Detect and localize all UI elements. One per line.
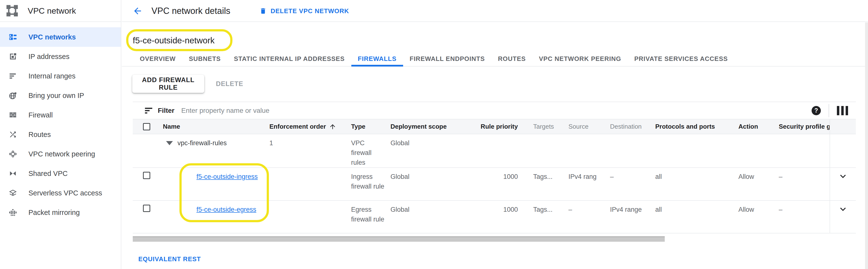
- packet-mirroring-icon: [8, 208, 17, 217]
- ip-addresses-icon: [8, 52, 17, 61]
- equivalent-rest-link[interactable]: EQUIVALENT REST: [138, 255, 201, 263]
- sidebar-item-vpc-network-peering[interactable]: VPC network peering: [0, 144, 121, 164]
- column-header-source[interactable]: Source: [565, 123, 607, 130]
- sidebar-item-shared-vpc[interactable]: Shared VPC: [0, 164, 121, 183]
- group-name-cell: vpc-firewall-rules: [160, 134, 267, 167]
- sidebar-item-ip-addresses[interactable]: IP addresses: [0, 47, 121, 66]
- action-cell: Allow: [736, 168, 776, 200]
- column-header-enforcement-order[interactable]: Enforcement order: [267, 123, 348, 130]
- rule-priority-cell: 1000: [461, 201, 530, 233]
- chevron-down-icon[interactable]: [837, 171, 848, 182]
- delete-vpc-network-button[interactable]: DELETE VPC NETWORK: [259, 0, 349, 22]
- firewall-rule-link-ingress[interactable]: f5-ce-outside-ingress: [196, 173, 258, 180]
- sidebar-item-label: Bring your own IP: [28, 91, 84, 100]
- tab-overview[interactable]: OVERVIEW: [133, 51, 182, 66]
- type-cell: Egress firewall rule: [348, 201, 388, 233]
- column-header-protocols-and-ports[interactable]: Protocols and ports: [652, 123, 736, 130]
- add-firewall-rule-button[interactable]: ADD FIREWALL RULE: [132, 75, 204, 93]
- delete-rule-button[interactable]: DELETE: [208, 75, 251, 93]
- sidebar-item-label: Serverless VPC access: [28, 189, 102, 197]
- back-arrow-icon[interactable]: [132, 6, 143, 16]
- sidebar-item-packet-mirroring[interactable]: Packet mirroring: [0, 203, 121, 222]
- column-header-type[interactable]: Type: [348, 123, 388, 130]
- sidebar: VPC network VPC networks: [0, 0, 121, 269]
- deployment-scope-cell: Global: [388, 134, 461, 167]
- sidebar-item-label: Internal ranges: [28, 72, 75, 80]
- expand-cell: [830, 134, 856, 167]
- column-header-name[interactable]: Name: [160, 123, 267, 130]
- row-checkbox[interactable]: [143, 205, 150, 212]
- name-cell: f5-ce-outside-egress: [160, 201, 267, 233]
- filter-bar-divider: [829, 104, 829, 117]
- sidebar-item-routes[interactable]: Routes: [0, 125, 121, 144]
- destination-cell: –: [607, 168, 652, 200]
- column-display-options-icon[interactable]: [837, 106, 848, 115]
- horizontal-scrollbar-thumb[interactable]: [133, 236, 665, 242]
- column-header-rule-priority[interactable]: Rule priority: [461, 123, 530, 130]
- collapse-triangle-icon[interactable]: [166, 141, 173, 145]
- chevron-down-icon[interactable]: [837, 204, 848, 215]
- sidebar-item-internal-ranges[interactable]: Internal ranges: [0, 66, 121, 86]
- checkbox-cell: [133, 168, 160, 200]
- vertical-scrollbar[interactable]: [865, 22, 868, 269]
- tab-bar: OVERVIEW SUBNETS STATIC INTERNAL IP ADDR…: [122, 51, 868, 66]
- header-checkbox-cell: [133, 123, 160, 130]
- protocols-and-ports-cell: all: [652, 201, 736, 233]
- tab-private-services-access[interactable]: PRIVATE SERVICES ACCESS: [628, 51, 735, 66]
- action-cell: Allow: [736, 201, 776, 233]
- vpc-networks-icon: [8, 33, 17, 42]
- sidebar-item-label: Firewall: [28, 111, 53, 119]
- tab-static-internal-ip-addresses[interactable]: STATIC INTERNAL IP ADDRESSES: [227, 51, 351, 66]
- table-row-f5-ce-outside-ingress: f5-ce-outside-ingress Ingress firewall r…: [133, 168, 856, 201]
- checkbox-cell: [133, 201, 160, 233]
- sidebar-header: VPC network: [0, 0, 121, 22]
- firewall-rule-link-egress[interactable]: f5-ce-outside-egress: [196, 206, 256, 213]
- expand-cell: [830, 168, 856, 200]
- routes-icon: [8, 130, 17, 139]
- filter-input[interactable]: [181, 107, 812, 114]
- page-title: VPC network details: [152, 0, 230, 22]
- enforcement-order-cell: 1: [267, 134, 348, 167]
- sidebar-item-label: Routes: [28, 131, 51, 139]
- column-header-destination[interactable]: Destination: [607, 123, 652, 130]
- sidebar-item-firewall[interactable]: Firewall: [0, 105, 121, 125]
- source-cell: IPv4 rang: [565, 168, 607, 200]
- network-name: f5-ce-outside-network: [133, 35, 215, 45]
- enforcement-order-cell: [267, 201, 348, 233]
- vpc-network-details-screen: VPC network VPC networks: [0, 0, 868, 269]
- deployment-scope-cell: Global: [388, 201, 461, 233]
- header-expand-column: [830, 119, 856, 134]
- type-cell: Ingress firewall rule: [348, 168, 388, 200]
- shared-vpc-icon: [8, 169, 17, 178]
- firewall-icon: [8, 111, 17, 119]
- tab-routes[interactable]: ROUTES: [491, 51, 532, 66]
- sidebar-nav: VPC networks IP addresses Internal: [0, 22, 121, 222]
- table-row-group-vpc-firewall-rules: vpc-firewall-rules 1 VPC firewall rules …: [133, 134, 856, 168]
- sidebar-item-vpc-networks[interactable]: VPC networks: [0, 27, 121, 47]
- group-name: vpc-firewall-rules: [178, 138, 227, 167]
- column-header-security-profile-group[interactable]: Security profile gro: [776, 123, 830, 130]
- serverless-vpc-access-icon: [8, 189, 17, 197]
- type-cell: VPC firewall rules: [348, 134, 388, 167]
- name-cell: f5-ce-outside-ingress: [160, 168, 267, 200]
- protocols-and-ports-cell: all: [652, 168, 736, 200]
- column-header-deployment-scope[interactable]: Deployment scope: [388, 123, 461, 130]
- sidebar-item-bring-your-own-ip[interactable]: Bring your own IP: [0, 86, 121, 105]
- tab-firewalls[interactable]: FIREWALLS: [351, 51, 403, 66]
- help-icon[interactable]: ?: [812, 106, 821, 115]
- column-header-action[interactable]: Action: [736, 123, 776, 130]
- table-row-f5-ce-outside-egress: f5-ce-outside-egress Egress firewall rul…: [133, 201, 856, 234]
- product-title: VPC network: [28, 6, 76, 16]
- bring-your-own-ip-icon: [8, 91, 17, 100]
- column-header-targets[interactable]: Targets: [530, 123, 565, 130]
- sidebar-item-label: Shared VPC: [28, 169, 68, 178]
- tab-vpc-network-peering[interactable]: VPC NETWORK PEERING: [532, 51, 627, 66]
- filter-label: Filter: [158, 107, 174, 114]
- tab-subnets[interactable]: SUBNETS: [182, 51, 227, 66]
- checkbox-cell: [133, 134, 160, 167]
- select-all-checkbox[interactable]: [143, 123, 150, 130]
- sidebar-item-serverless-vpc-access[interactable]: Serverless VPC access: [0, 183, 121, 203]
- row-checkbox[interactable]: [143, 172, 150, 179]
- tab-firewall-endpoints[interactable]: FIREWALL ENDPOINTS: [403, 51, 491, 66]
- security-profile-group-cell: –: [776, 201, 830, 233]
